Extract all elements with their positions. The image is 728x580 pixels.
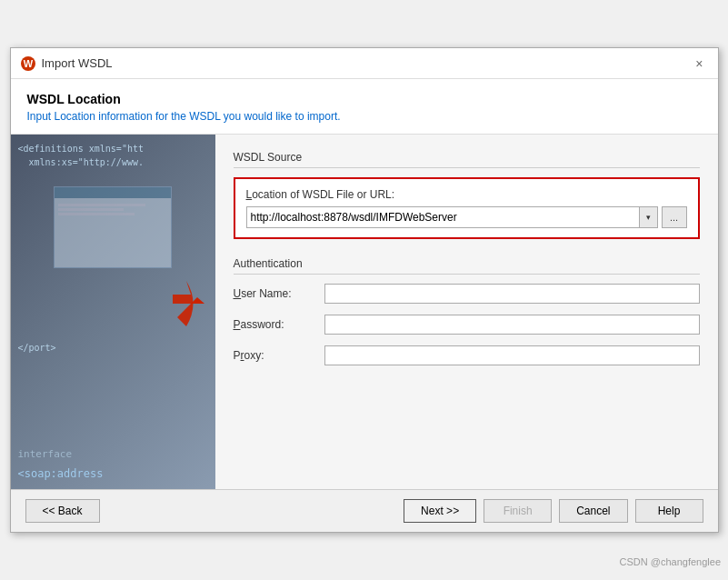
arrow-area: [18, 272, 204, 337]
code-soap: <soap:address: [18, 465, 208, 482]
footer: << Back Next >> Finish Cancel Help: [11, 489, 718, 532]
next-button[interactable]: Next >>: [404, 499, 476, 523]
code-interface: interface: [18, 447, 208, 463]
svg-text:W: W: [23, 58, 33, 69]
wsdl-source-section: WSDL Source Location of WSDL File or URL…: [234, 151, 700, 239]
proxy-label: Proxy:: [234, 349, 324, 362]
location-label: Location of WSDL File or URL:: [246, 188, 687, 201]
url-input[interactable]: [247, 207, 639, 227]
arrow-graphic: [132, 272, 204, 335]
header-subtitle: Input Location information for the WSDL …: [27, 110, 702, 123]
url-dropdown-button[interactable]: ▾: [639, 207, 657, 227]
code-line-2: xmlns:xs="http://www.: [18, 155, 208, 169]
watermark: CSDN @changfenglee: [620, 556, 721, 567]
code-spacer-1: [18, 169, 208, 183]
code-line-1: <definitions xmlns="htt: [18, 142, 208, 155]
header-title: WSDL Location: [27, 92, 702, 106]
title-bar-left: W Import WSDL: [20, 55, 113, 72]
right-panel: WSDL Source Location of WSDL File or URL…: [215, 135, 718, 489]
left-panel: <definitions xmlns="htt xmlns:xs="http:/…: [11, 135, 215, 489]
left-panel-image: <definitions xmlns="htt xmlns:xs="http:/…: [11, 135, 215, 489]
authentication-title: Authentication: [234, 257, 700, 275]
url-browse-button[interactable]: ...: [662, 206, 687, 228]
username-row: User Name:: [234, 284, 700, 304]
username-label: User Name:: [234, 287, 324, 300]
highlighted-box: Location of WSDL File or URL: ▾ ...: [234, 177, 700, 239]
spacer: [18, 355, 208, 447]
dialog-title: Import WSDL: [42, 56, 113, 70]
footer-left: << Back: [25, 499, 100, 523]
thumbnail: [54, 186, 172, 268]
wsdl-source-title: WSDL Source: [234, 151, 700, 168]
url-input-wrapper: ▾: [246, 206, 658, 228]
help-button[interactable]: Help: [635, 499, 703, 523]
finish-button[interactable]: Finish: [484, 499, 552, 523]
content-area: <definitions xmlns="htt xmlns:xs="http:/…: [11, 135, 718, 489]
proxy-row: Proxy:: [234, 345, 700, 365]
username-input[interactable]: [324, 284, 700, 304]
proxy-input[interactable]: [324, 345, 700, 365]
authentication-section: Authentication User Name: Password: Prox…: [234, 257, 700, 365]
password-input[interactable]: [324, 315, 700, 335]
import-wsdl-dialog: W Import WSDL × WSDL Location Input Loca…: [10, 47, 719, 533]
footer-right: Next >> Finish Cancel Help: [404, 499, 703, 523]
dialog-icon: W: [20, 55, 36, 72]
code-line-port: </port>: [18, 341, 208, 355]
back-button[interactable]: << Back: [25, 499, 100, 523]
url-row: ▾ ...: [246, 206, 687, 228]
cancel-button[interactable]: Cancel: [559, 499, 627, 523]
password-label: Password:: [234, 318, 324, 331]
password-row: Password:: [234, 315, 700, 335]
close-button[interactable]: ×: [690, 55, 708, 72]
title-bar: W Import WSDL ×: [11, 48, 718, 79]
header-section: WSDL Location Input Location information…: [11, 79, 718, 135]
